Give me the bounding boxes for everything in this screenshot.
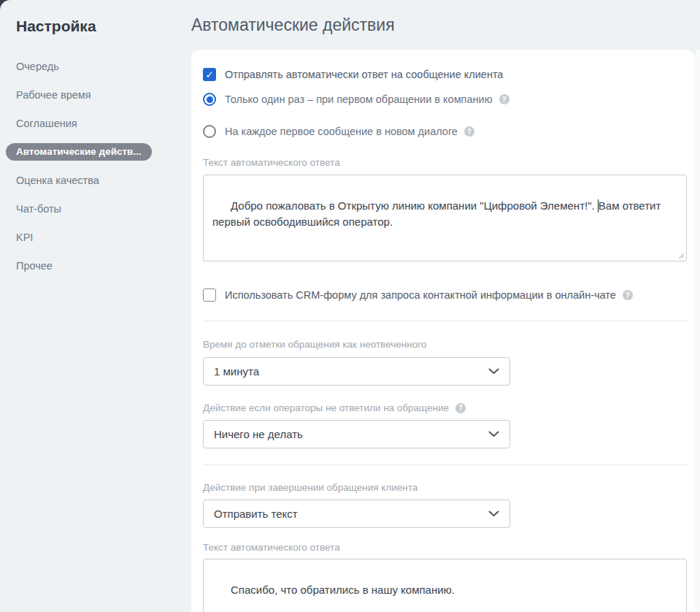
finish-textarea[interactable]: Спасибо, что обратились в нашу компанию. <box>203 559 687 612</box>
help-icon[interactable]: ? <box>623 290 633 300</box>
unanswered-action-select[interactable]: Ничего не делать <box>203 420 510 448</box>
auto-reply-text-label: Текст автоматического ответа <box>203 157 687 168</box>
auto-reply-textarea[interactable]: Добро пожаловать в Открытую линию компан… <box>203 175 687 261</box>
finish-textarea-value: Спасибо, что обратились в нашу компанию. <box>231 584 455 596</box>
radio-only-once-label: Только один раз – при первом обращении в… <box>225 93 493 105</box>
sidebar-title: Настройка <box>16 18 191 35</box>
chevron-down-icon <box>488 510 499 517</box>
page-title: Автоматические действия <box>191 15 395 35</box>
finish-action-value: Отправить текст <box>214 508 488 520</box>
sidebar-item-label: Соглашения <box>16 118 77 129</box>
sidebar-item-label: KPI <box>16 232 33 243</box>
sidebar-item-label: Прочее <box>16 260 53 272</box>
sidebar-item-kpi[interactable]: KPI <box>16 223 191 251</box>
radio-every-first-message-row[interactable]: На каждое первое сообщение в новом диало… <box>203 125 687 138</box>
settings-card: ✓ Отправлять автоматически ответ на сооб… <box>191 50 695 612</box>
sidebar-item-queue[interactable]: Очередь <box>16 52 191 80</box>
sidebar-item-label-selected: Автоматические действ... <box>6 143 152 161</box>
sidebar-item-quality-rating[interactable]: Оценка качества <box>16 166 191 194</box>
unanswered-time-value: 1 минута <box>214 365 488 378</box>
help-icon[interactable]: ? <box>464 126 474 137</box>
radio-unselected-icon[interactable] <box>203 125 216 138</box>
help-icon[interactable]: ? <box>455 403 466 413</box>
resize-handle-icon[interactable] <box>678 253 685 259</box>
auto-reply-checkbox-row[interactable]: ✓ Отправлять автоматически ответ на сооб… <box>203 68 687 81</box>
auto-reply-checkbox-label: Отправлять автоматически ответ на сообще… <box>225 69 503 80</box>
radio-selected-icon[interactable] <box>203 93 216 106</box>
sidebar-item-label: Очередь <box>16 61 59 72</box>
sidebar: Настройка Очередь Рабочее время Соглашен… <box>0 0 191 612</box>
checkbox-unchecked-icon[interactable] <box>203 288 216 302</box>
finish-text-label: Текст автоматического ответа <box>203 542 687 553</box>
finish-action-select[interactable]: Отправить текст <box>203 500 510 528</box>
sidebar-item-chat-bots[interactable]: Чат-боты <box>16 194 191 223</box>
help-icon[interactable]: ? <box>499 94 509 104</box>
sidebar-item-label: Чат-боты <box>16 203 61 215</box>
right-edge-strip <box>695 50 700 612</box>
chevron-down-icon <box>488 431 499 437</box>
chevron-down-icon <box>488 368 499 375</box>
checkmark-icon: ✓ <box>206 70 214 80</box>
section-divider <box>203 321 687 321</box>
sidebar-item-agreements[interactable]: Соглашения <box>16 109 191 137</box>
sidebar-item-label: Рабочее время <box>16 89 91 101</box>
radio-dot <box>207 96 213 103</box>
radio-every-first-message-label: На каждое первое сообщение в новом диало… <box>225 126 458 137</box>
sidebar-item-working-hours[interactable]: Рабочее время <box>16 80 191 109</box>
settings-panel: Настройка Очередь Рабочее время Соглашен… <box>0 0 700 612</box>
auto-reply-text-before-caret: Добро пожаловать в Открытую линию компан… <box>231 199 598 212</box>
unanswered-action-label-text: Действие если операторы не ответили на о… <box>203 402 449 413</box>
finish-action-label: Действие при завершении обращения клиент… <box>203 482 687 493</box>
unanswered-time-select[interactable]: 1 минута <box>203 357 510 386</box>
section-divider <box>203 464 687 465</box>
radio-only-once-row[interactable]: Только один раз – при первом обращении в… <box>203 93 687 106</box>
unanswered-time-label: Время до отметки обращения как неотвечен… <box>203 339 687 350</box>
sidebar-item-other[interactable]: Прочее <box>16 251 191 280</box>
unanswered-action-label: Действие если операторы не ответили на о… <box>203 402 687 413</box>
sidebar-item-label: Оценка качества <box>16 175 99 186</box>
crm-form-checkbox-label: Использовать CRM-форму для запроса конта… <box>225 289 616 301</box>
unanswered-action-value: Ничего не делать <box>214 428 488 440</box>
sidebar-item-automatic-actions[interactable]: Автоматические действ... <box>16 137 191 166</box>
crm-form-checkbox-row[interactable]: Использовать CRM-форму для запроса конта… <box>203 288 687 302</box>
checkbox-checked-icon[interactable]: ✓ <box>203 68 216 81</box>
